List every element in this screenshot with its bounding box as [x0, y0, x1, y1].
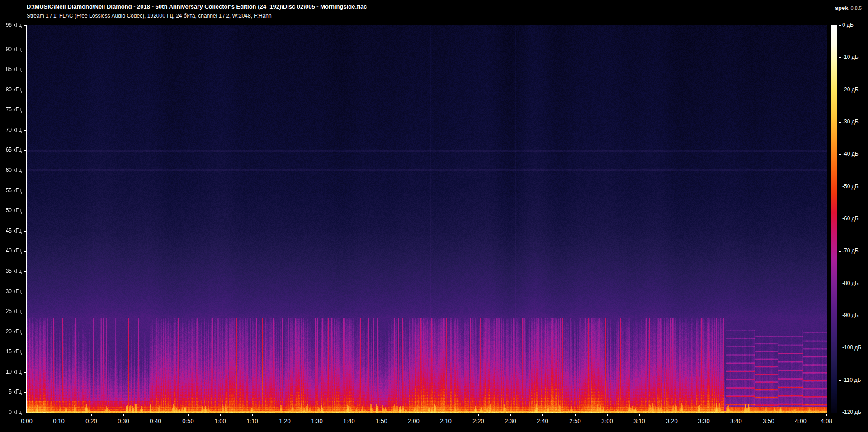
- time-tick-label: 2:30: [497, 418, 524, 424]
- time-tick: [607, 414, 608, 416]
- time-tick: [736, 414, 736, 416]
- time-tick-label: 1:30: [303, 418, 330, 424]
- db-tick: [839, 284, 841, 284]
- db-tick: [839, 90, 841, 90]
- time-tick: [220, 414, 221, 416]
- time-tick: [826, 414, 827, 416]
- time-tick: [672, 414, 672, 416]
- time-tick: [575, 414, 576, 416]
- db-tick-label: -40 дБ: [842, 151, 859, 157]
- db-tick-label: -80 дБ: [842, 280, 859, 286]
- freq-tick: [24, 150, 26, 151]
- time-tick: [446, 414, 446, 416]
- time-tick: [59, 414, 59, 416]
- freq-tick-label: 70 кГц: [0, 127, 22, 133]
- time-tick: [156, 414, 156, 416]
- db-tick-label: -50 дБ: [842, 183, 859, 190]
- spek-window: D:\MUSIC\Neil Diamond\Neil Diamond - 201…: [0, 0, 868, 432]
- time-tick: [252, 414, 253, 416]
- db-tick: [839, 316, 841, 316]
- freq-tick-label: 10 кГц: [0, 369, 22, 375]
- freq-tick: [24, 332, 26, 332]
- freq-tick: [24, 292, 26, 292]
- time-tick: [801, 414, 801, 416]
- freq-tick-label: 80 кГц: [0, 86, 22, 93]
- freq-tick-label: 75 кГц: [0, 106, 22, 113]
- db-tick: [839, 219, 841, 219]
- freq-tick-label: 35 кГц: [0, 268, 22, 274]
- db-tick: [839, 25, 841, 26]
- freq-tick-label: 55 кГц: [0, 187, 22, 194]
- file-path-title: D:\MUSIC\Neil Diamond\Neil Diamond - 201…: [27, 3, 367, 10]
- time-tick-label: 3:40: [722, 418, 750, 424]
- freq-tick-label: 0 кГц: [0, 409, 22, 415]
- time-tick-label: 1:00: [207, 418, 234, 424]
- time-tick-label: 0:40: [142, 418, 169, 424]
- time-tick-label: 3:20: [658, 418, 685, 424]
- time-tick-label: 0:20: [78, 418, 105, 424]
- spectrogram-canvas: [27, 25, 827, 413]
- time-tick: [639, 414, 640, 416]
- freq-tick: [24, 110, 26, 110]
- db-tick-label: -120 дБ: [842, 409, 861, 415]
- stream-info: Stream 1 / 1: FLAC (Free Lossless Audio …: [27, 13, 272, 19]
- db-tick-label: -70 дБ: [842, 247, 859, 254]
- db-tick: [839, 154, 841, 155]
- db-gradient-bar: [831, 25, 837, 413]
- db-tick-label: 0 дБ: [842, 22, 854, 28]
- time-tick-label: 3:10: [626, 418, 653, 424]
- db-tick-label: -10 дБ: [842, 54, 859, 60]
- freq-tick: [24, 70, 26, 70]
- freq-tick-label: 45 кГц: [0, 228, 22, 234]
- db-tick-label: -60 дБ: [842, 215, 859, 222]
- time-tick: [414, 414, 414, 416]
- freq-tick-label: 25 кГц: [0, 308, 22, 314]
- time-tick-label: 1:40: [335, 418, 363, 424]
- freq-tick: [24, 413, 26, 413]
- time-tick-label: 4:00: [787, 418, 814, 424]
- freq-tick: [24, 392, 26, 393]
- time-tick-label: 2:20: [465, 418, 492, 424]
- freq-tick: [24, 211, 26, 211]
- freq-tick: [24, 130, 26, 131]
- freq-tick: [24, 171, 26, 171]
- db-tick: [839, 413, 841, 413]
- freq-tick: [24, 312, 26, 312]
- time-tick-label: 4:08: [813, 418, 840, 424]
- app-name: spek: [835, 5, 849, 11]
- time-tick-label: 1:20: [271, 418, 298, 424]
- time-tick-label: 0:10: [45, 418, 72, 424]
- time-tick-label: 0:00: [13, 418, 40, 424]
- freq-tick-label: 60 кГц: [0, 167, 22, 173]
- freq-tick-label: 96 кГц: [0, 22, 22, 28]
- time-tick: [317, 414, 317, 416]
- time-tick-label: 3:50: [755, 418, 782, 424]
- freq-tick: [24, 90, 26, 90]
- db-tick-label: -90 дБ: [842, 312, 859, 318]
- time-tick-label: 2:00: [400, 418, 427, 424]
- time-tick-label: 2:10: [432, 418, 459, 424]
- freq-tick: [24, 231, 26, 232]
- app-brand: spek0.8.5: [835, 4, 862, 12]
- freq-tick: [24, 352, 26, 352]
- time-tick: [27, 414, 27, 416]
- db-tick: [839, 348, 841, 348]
- freq-tick-label: 90 кГц: [0, 46, 22, 52]
- time-tick: [478, 414, 479, 416]
- time-tick-label: 3:00: [594, 418, 621, 424]
- time-tick: [123, 414, 124, 416]
- time-tick: [542, 414, 543, 416]
- db-tick: [839, 380, 841, 381]
- db-tick-label: -110 дБ: [842, 377, 861, 383]
- db-tick: [839, 57, 841, 58]
- db-tick: [839, 187, 841, 187]
- db-tick-label: -20 дБ: [842, 86, 859, 93]
- time-tick-label: 2:50: [561, 418, 589, 424]
- db-tick-label: -30 дБ: [842, 119, 859, 125]
- db-tick-label: -100 дБ: [842, 344, 861, 351]
- time-tick: [91, 414, 92, 416]
- freq-tick-label: 15 кГц: [0, 348, 22, 355]
- time-tick-label: 0:50: [175, 418, 202, 424]
- freq-tick-label: 5 кГц: [0, 389, 22, 395]
- freq-tick-label: 40 кГц: [0, 247, 22, 254]
